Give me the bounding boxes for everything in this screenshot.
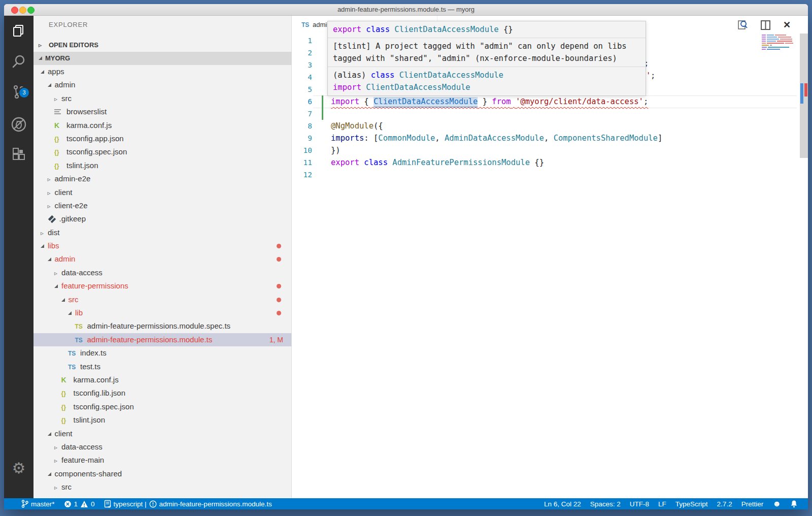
tree-item-client-e2e[interactable]: ▹client-e2e xyxy=(33,199,291,212)
code-token: '@myorg/client/data-access' xyxy=(516,97,644,106)
code-token: : [ xyxy=(364,134,378,143)
tree-item-tsconfig-app-json[interactable]: {}tsconfig.app.json xyxy=(33,132,291,145)
typescript-file-icon: TS xyxy=(75,334,87,347)
line-number: 11 xyxy=(292,156,312,169)
typescript-file-icon: TS xyxy=(68,361,80,374)
tree-item-lib[interactable]: lib xyxy=(33,306,291,319)
tslint-status[interactable]: typescript | admin-feature-permissions.m… xyxy=(104,500,272,508)
modified-dot-badge xyxy=(277,244,281,248)
tree-item-feature-permissions[interactable]: feature-permissions xyxy=(33,279,291,293)
notifications-bell-icon[interactable] xyxy=(790,500,798,508)
formatter-indicator[interactable]: Prettier xyxy=(741,500,764,508)
tree-item-client[interactable]: ▹client xyxy=(33,186,291,199)
tree-item-admin-feature-permissions-module-ts[interactable]: TSadmin-feature-permissions.module.ts1, … xyxy=(33,333,291,346)
json-file-icon: {} xyxy=(54,133,66,146)
code-token: AdminFeaturePermissionsModule xyxy=(392,158,530,167)
tree-item-test-ts[interactable]: TStest.ts xyxy=(33,360,291,373)
code-token: {} xyxy=(530,158,544,167)
tree-item-client[interactable]: client xyxy=(33,427,291,440)
line-col-indicator[interactable]: Ln 6, Col 22 xyxy=(544,500,581,508)
code-token: ] xyxy=(658,134,662,143)
code-line-8: 8@NgModule({ xyxy=(292,120,808,132)
code-token: ClientDataAccessModule xyxy=(394,25,503,34)
warning-icon xyxy=(80,500,88,508)
debug-icon[interactable] xyxy=(4,115,33,134)
tree-item-tslint-json[interactable]: {}tslint.json xyxy=(33,413,291,427)
code-token: ClientDataAccessModule xyxy=(366,83,470,92)
tree-item-dist[interactable]: ▹dist xyxy=(33,226,291,239)
line-number: 6 xyxy=(292,95,312,108)
status-bar: master* 1 0 typescript | xyxy=(4,498,808,509)
typescript-spec-file-icon: TS xyxy=(75,320,87,333)
code-token: ClientDataAccessModule xyxy=(399,71,503,80)
eol-indicator[interactable]: LF xyxy=(658,500,666,508)
tree-item-tsconfig-lib-json[interactable]: {}tsconfig.lib.json xyxy=(33,386,291,400)
version-indicator[interactable]: 2.7.2 xyxy=(717,500,732,508)
close-editor-icon[interactable]: ✕ xyxy=(783,20,791,30)
code-area[interactable]: 123456import { ClientDataAccessModule } … xyxy=(292,34,808,498)
tree-item-label: components-shared xyxy=(55,469,122,478)
open-editors-section[interactable]: ▹OPEN EDITORS xyxy=(33,39,291,52)
overview-ruler[interactable] xyxy=(800,34,808,498)
tree-item-browserslist[interactable]: browserslist xyxy=(33,105,291,118)
split-editor-icon[interactable] xyxy=(760,20,771,30)
tree-item-label: test.ts xyxy=(80,362,100,371)
encoding-indicator[interactable]: UTF-8 xyxy=(630,500,649,508)
tree-item-index-ts[interactable]: TSindex.ts xyxy=(33,346,291,360)
goto-definition-link[interactable]: ClientDataAccessModule xyxy=(374,97,478,106)
chevron-right-icon: ▹ xyxy=(54,481,61,494)
tree-item-label: lib xyxy=(75,308,83,317)
explorer-icon[interactable] xyxy=(4,22,33,40)
activity-bar: 3 ⚙ xyxy=(4,16,33,498)
tree-item-libs[interactable]: libs xyxy=(33,239,291,252)
line-number: 8 xyxy=(292,120,312,132)
sidebar-title: EXPLORER xyxy=(49,21,88,28)
tree-item-components-shared[interactable]: components-shared xyxy=(33,467,291,480)
tree-item-label: tslint.json xyxy=(74,415,106,424)
settings-gear-icon[interactable]: ⚙ xyxy=(4,459,33,477)
tree-item-label: index.ts xyxy=(80,348,107,357)
title-bar: admin-feature-permissions.module.ts — my… xyxy=(4,4,808,16)
code-token: class xyxy=(371,71,399,80)
modified-dot-badge xyxy=(277,311,281,315)
tree-item-admin-feature-permissions-module-spec-ts[interactable]: TSadmin-feature-permissions.module.spec.… xyxy=(33,319,291,333)
tree-item-src[interactable]: ▹src xyxy=(33,480,291,494)
problems-indicator[interactable]: 1 0 xyxy=(64,500,95,508)
tree-item-src[interactable]: ▹src xyxy=(33,92,291,105)
open-changes-icon[interactable] xyxy=(737,19,748,30)
tree-item--gitkeep[interactable]: .gitkeep xyxy=(33,212,291,225)
tree-item-data-access[interactable]: ▹data-access xyxy=(33,266,291,279)
feedback-smiley-icon[interactable]: ☻ xyxy=(772,499,781,508)
tree-item-label: src xyxy=(69,295,79,304)
chevron-right-icon: ▹ xyxy=(48,173,55,186)
typescript-file-icon: TS xyxy=(301,16,313,34)
tree-item-src[interactable]: src xyxy=(33,293,291,306)
code-token: (alias) xyxy=(333,71,371,80)
chevron-right-icon: ▹ xyxy=(39,39,46,52)
minimap[interactable] xyxy=(762,35,797,51)
tree-item-karma-conf-js[interactable]: Kkarma.conf.js xyxy=(33,373,291,386)
chevron-expanded-icon xyxy=(39,56,42,60)
tree-item-label: tslint.json xyxy=(66,161,98,170)
tree-item-label: apps xyxy=(48,67,64,76)
git-branch-indicator[interactable]: master* xyxy=(21,500,55,508)
tree-item-apps[interactable]: apps xyxy=(33,65,291,78)
tree-item-label: admin xyxy=(55,254,76,263)
tree-item-admin[interactable]: admin xyxy=(33,252,291,266)
indentation-indicator[interactable]: Spaces: 2 xyxy=(590,500,621,508)
root-folder-section[interactable]: MYORG xyxy=(33,52,291,65)
tree-item-tsconfig-spec-json[interactable]: {}tsconfig.spec.json xyxy=(33,400,291,413)
tree-item-admin-e2e[interactable]: ▹admin-e2e xyxy=(33,172,291,185)
tree-item-karma-conf-js[interactable]: Kkarma.conf.js xyxy=(33,119,291,132)
tree-item-label: admin-e2e xyxy=(55,174,91,183)
extensions-icon[interactable] xyxy=(4,146,33,164)
language-indicator[interactable]: TypeScript xyxy=(675,500,708,508)
chevron-expanded-icon xyxy=(68,311,72,315)
chevron-expanded-icon xyxy=(48,432,51,436)
tree-item-tslint-json[interactable]: {}tslint.json xyxy=(33,159,291,172)
search-icon[interactable] xyxy=(4,52,33,71)
tree-item-feature-main[interactable]: ▹feature-main xyxy=(33,454,291,467)
tree-item-data-access[interactable]: ▹data-access xyxy=(33,440,291,454)
tree-item-tsconfig-spec-json[interactable]: {}tsconfig.spec.json xyxy=(33,145,291,158)
tree-item-admin[interactable]: admin xyxy=(33,78,291,91)
